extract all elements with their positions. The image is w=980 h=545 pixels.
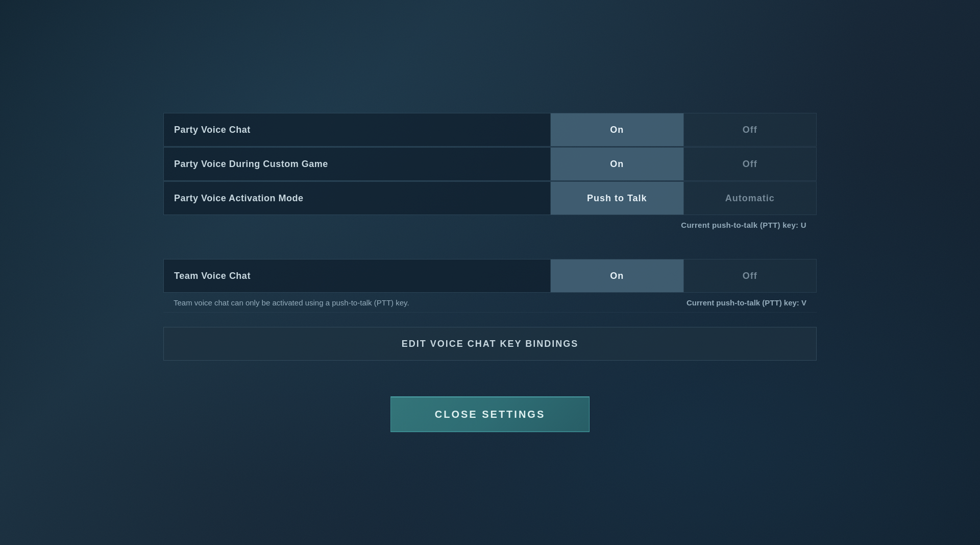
party-voice-custom-row: Party Voice During Custom Game On Off	[163, 147, 817, 181]
close-settings-area: CLOSE SETTINGS	[163, 396, 817, 432]
party-voice-chat-row: Party Voice Chat On Off	[163, 113, 817, 147]
party-voice-custom-off-button[interactable]: Off	[684, 148, 817, 180]
close-settings-button[interactable]: CLOSE SETTINGS	[390, 396, 590, 432]
team-info-row: Team voice chat can only be activated us…	[163, 293, 817, 313]
party-voice-custom-options: On Off	[551, 148, 816, 180]
team-voice-chat-row: Team Voice Chat On Off	[163, 259, 817, 293]
party-voice-ptt-button[interactable]: Push to Talk	[551, 182, 683, 215]
edit-keybindings-button[interactable]: EDIT VOICE CHAT KEY BINDINGS	[163, 327, 817, 361]
team-section: Team Voice Chat On Off Team voice chat c…	[163, 259, 817, 313]
party-voice-custom-on-button[interactable]: On	[551, 148, 683, 180]
team-voice-chat-options: On Off	[551, 259, 816, 292]
party-voice-chat-on-button[interactable]: On	[551, 113, 683, 146]
party-voice-automatic-button[interactable]: Automatic	[684, 182, 817, 215]
team-ptt-info-text: Current push-to-talk (PTT) key: V	[551, 298, 817, 307]
party-ptt-info-text: Current push-to-talk (PTT) key: U	[681, 221, 806, 229]
party-voice-chat-label: Party Voice Chat	[164, 113, 551, 146]
team-voice-chat-on-button[interactable]: On	[551, 259, 683, 292]
party-voice-chat-options: On Off	[551, 113, 816, 146]
party-voice-activation-row: Party Voice Activation Mode Push to Talk…	[163, 181, 817, 215]
settings-container: Party Voice Chat On Off Party Voice Duri…	[163, 113, 817, 432]
party-ptt-info-row: Current push-to-talk (PTT) key: U	[163, 216, 817, 234]
team-voice-chat-off-button[interactable]: Off	[684, 259, 817, 292]
team-voice-note-text: Team voice chat can only be activated us…	[163, 298, 420, 307]
team-voice-chat-label: Team Voice Chat	[164, 259, 551, 292]
party-voice-custom-label: Party Voice During Custom Game	[164, 148, 551, 180]
party-voice-chat-off-button[interactable]: Off	[684, 113, 817, 146]
party-voice-activation-options: Push to Talk Automatic	[551, 182, 816, 215]
party-voice-activation-label: Party Voice Activation Mode	[164, 182, 551, 215]
party-section: Party Voice Chat On Off Party Voice Duri…	[163, 113, 817, 234]
